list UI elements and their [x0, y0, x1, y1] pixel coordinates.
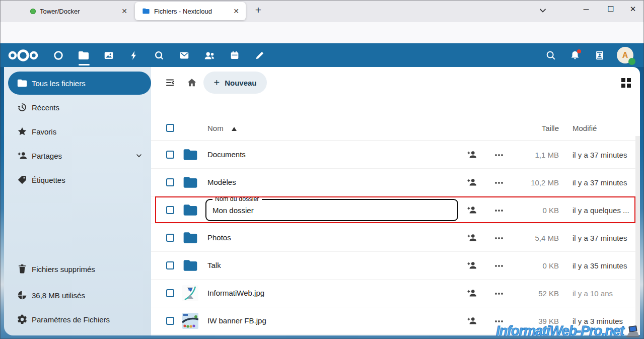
calendar-app-icon[interactable] [228, 49, 241, 62]
tab-title: Tower/Docker [40, 8, 119, 15]
contacts-menu-icon[interactable] [593, 49, 606, 62]
window-close-button[interactable]: ✕ [626, 5, 639, 14]
mail-app-icon[interactable] [178, 49, 191, 62]
sidebar-item-label: Partages [32, 152, 62, 160]
share-icon[interactable] [466, 288, 477, 299]
dashboard-app-icon[interactable] [52, 49, 65, 62]
new-tab-button[interactable]: + [252, 4, 265, 16]
home-breadcrumb-icon[interactable] [186, 77, 197, 88]
file-name[interactable]: IW banner FB.jpg [207, 316, 266, 325]
list-all-tabs-icon[interactable] [538, 6, 548, 16]
row-checkbox[interactable] [166, 289, 174, 297]
file-name[interactable]: Documents [207, 150, 246, 159]
sidebar-item-files-settings[interactable]: Paramètres de Fichiers [4, 307, 151, 331]
share-icon[interactable] [466, 205, 477, 216]
row-checkbox[interactable] [166, 178, 174, 186]
sidebar-item-all-files[interactable]: Tous les fichiers [8, 72, 151, 95]
sidebar-item-deleted-files[interactable]: Fichiers supprimés [4, 257, 151, 281]
file-name[interactable]: Photos [207, 233, 231, 242]
sidebar-item-quota[interactable]: 36,8 MB utilisés [4, 283, 151, 307]
row-actions-icon[interactable] [494, 264, 504, 267]
file-size: 10,2 MB [504, 178, 559, 187]
plus-icon: + [213, 78, 220, 88]
column-modified[interactable]: Modifié [573, 124, 597, 132]
sidebar-item-label: Étiquettes [32, 176, 65, 184]
photos-app-icon[interactable] [102, 49, 115, 62]
folder-name-field-label: Nom du dossier [212, 195, 262, 202]
files-content: + Nouveau Nom Taille Modifié Documents1,… [151, 67, 640, 335]
row-actions-icon[interactable] [494, 181, 504, 184]
select-all-checkbox[interactable] [166, 124, 174, 132]
share-person-icon [17, 150, 28, 161]
table-row[interactable]: Photos5,4 MBil y a 37 minutes [151, 224, 640, 252]
file-modified: il y a 37 minutes [573, 234, 627, 242]
search-app-icon[interactable] [153, 49, 166, 62]
table-row[interactable]: InformatiWeb.jpg52 KBil y a 10 ans [151, 280, 640, 307]
row-actions-icon[interactable] [494, 209, 504, 212]
share-icon[interactable] [466, 260, 477, 271]
column-name[interactable]: Nom [207, 124, 224, 132]
row-checkbox[interactable] [166, 317, 174, 325]
browser-toolbar: https://10.0.0.10:4443/apps/files/files [0, 22, 644, 43]
notes-app-icon[interactable] [253, 49, 266, 62]
table-row[interactable]: Documents1,1 MBil y a 37 minutes [151, 141, 640, 169]
row-checkbox[interactable] [166, 206, 174, 214]
share-icon[interactable] [466, 315, 477, 326]
laptop-icon [625, 325, 641, 339]
table-row[interactable]: Nom du dossier0 KBil y a quelques ... [151, 196, 640, 224]
activity-app-icon[interactable] [127, 49, 140, 62]
grid-view-toggle-icon[interactable] [621, 78, 631, 88]
online-status-dot [628, 58, 635, 65]
tab-close-icon[interactable]: ✕ [119, 6, 130, 16]
row-checkbox[interactable] [166, 234, 174, 242]
file-modified: il y a 10 ans [573, 289, 613, 298]
file-modified: il y a 35 minutes [573, 261, 627, 270]
file-name[interactable]: Talk [207, 261, 221, 269]
collapse-sidebar-icon[interactable] [165, 77, 176, 88]
window-minimize-button[interactable]: ─ [580, 5, 593, 13]
scrollbar-track[interactable] [635, 136, 640, 335]
green-status-favicon-icon [30, 9, 36, 14]
tab-close-icon[interactable]: ✕ [231, 6, 242, 16]
file-size: 1,1 MB [504, 151, 559, 159]
file-name[interactable]: Modèles [207, 178, 236, 186]
new-button[interactable]: + Nouveau [203, 72, 267, 94]
chevron-down-icon[interactable] [135, 152, 143, 160]
row-actions-icon[interactable] [494, 320, 504, 323]
tab-tower-docker[interactable]: Tower/Docker ✕ [12, 2, 134, 20]
row-actions-icon[interactable] [494, 154, 504, 157]
image-thumbnail [182, 285, 198, 301]
files-sidebar: Tous les fichiers Récents Favoris Partag… [4, 67, 151, 335]
file-size: 0 KB [504, 206, 559, 215]
sidebar-item-favorites[interactable]: Favoris [4, 119, 151, 144]
table-row[interactable]: Modèles10,2 MBil y a 37 minutes [151, 169, 640, 196]
file-name[interactable]: InformatiWeb.jpg [207, 289, 264, 297]
files-app-icon[interactable] [77, 49, 90, 62]
table-row[interactable]: Talk0 KBil y a 35 minutes [151, 252, 640, 280]
row-checkbox[interactable] [166, 151, 174, 159]
window-maximize-button[interactable]: ☐ [604, 5, 617, 14]
share-icon[interactable] [466, 177, 477, 188]
row-actions-icon[interactable] [494, 292, 504, 295]
folder-name-field[interactable]: Nom du dossier [205, 199, 458, 221]
table-header: Nom Taille Modifié [151, 116, 640, 141]
sidebar-item-label: Tous les fichiers [32, 79, 86, 88]
folder-icon [182, 174, 198, 190]
share-icon[interactable] [466, 232, 477, 243]
row-checkbox[interactable] [166, 261, 174, 269]
sort-ascending-icon[interactable] [232, 127, 237, 131]
sidebar-item-shares[interactable]: Partages [4, 144, 151, 168]
file-modified: il y a 37 minutes [573, 178, 627, 187]
column-size[interactable]: Taille [504, 124, 559, 132]
sidebar-item-recent[interactable]: Récents [4, 95, 151, 119]
nextcloud-logo-icon[interactable] [8, 48, 39, 63]
share-icon[interactable] [466, 149, 477, 160]
tab-fichiers-nextcloud[interactable]: Fichiers - Nextcloud ✕ [135, 2, 246, 20]
row-actions-icon[interactable] [494, 237, 504, 240]
sidebar-item-label: Favoris [32, 127, 56, 136]
contacts-app-icon[interactable] [203, 49, 216, 62]
notification-badge [577, 49, 581, 53]
unified-search-icon[interactable] [544, 49, 557, 62]
sidebar-item-tags[interactable]: Étiquettes [4, 168, 151, 192]
folder-name-input[interactable] [206, 200, 457, 220]
